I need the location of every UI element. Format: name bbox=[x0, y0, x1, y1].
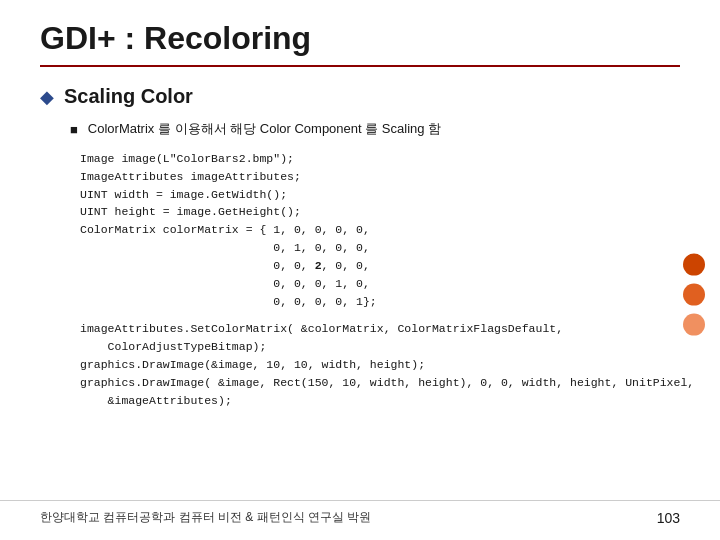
code-line-6: 0, 1, 0, 0, 0, bbox=[80, 239, 680, 257]
title-divider bbox=[40, 65, 680, 67]
code-block-1: Image image(L"ColorBars2.bmp"); ImageAtt… bbox=[80, 150, 680, 310]
code-line-14: &imageAttributes); bbox=[80, 392, 680, 410]
footer-left: 한양대학교 컴퓨터공학과 컴퓨터 비전 & 패턴인식 연구실 박원 bbox=[40, 509, 371, 526]
code-line-2: ImageAttributes imageAttributes; bbox=[80, 168, 680, 186]
code-line-12: graphics.DrawImage(&image, 10, 10, width… bbox=[80, 356, 680, 374]
circle-1 bbox=[683, 254, 705, 276]
code-line-1: Image image(L"ColorBars2.bmp"); bbox=[80, 150, 680, 168]
circles-decoration bbox=[683, 254, 705, 336]
circle-3 bbox=[683, 314, 705, 336]
circle-2 bbox=[683, 284, 705, 306]
code-line-13: graphics.DrawImage( &image, Rect(150, 10… bbox=[80, 374, 680, 392]
square-bullet: ■ bbox=[70, 122, 78, 137]
diamond-bullet: ◆ bbox=[40, 86, 54, 108]
section-header: ◆ Scaling Color bbox=[40, 85, 680, 108]
code-line-8: 0, 0, 0, 1, 0, bbox=[80, 275, 680, 293]
code-line-11: ColorAdjustTypeBitmap); bbox=[80, 338, 680, 356]
page: GDI+ : Recoloring ◆ Scaling Color ■ Colo… bbox=[0, 0, 720, 540]
code-line-10: imageAttributes.SetColorMatrix( &colorMa… bbox=[80, 320, 680, 338]
code-line-7: 0, 0, 2, 0, 0, bbox=[80, 257, 680, 275]
code-line-5: ColorMatrix colorMatrix = { 1, 0, 0, 0, … bbox=[80, 221, 680, 239]
page-title: GDI+ : Recoloring bbox=[40, 20, 680, 57]
subsection: ■ ColorMatrix 를 이용해서 해당 Color Component … bbox=[70, 120, 680, 138]
footer-page: 103 bbox=[657, 510, 680, 526]
code-block-2: imageAttributes.SetColorMatrix( &colorMa… bbox=[80, 320, 680, 409]
code-line-9: 0, 0, 0, 0, 1}; bbox=[80, 293, 680, 311]
section-title: Scaling Color bbox=[64, 85, 193, 108]
code-line-3: UINT width = image.GetWidth(); bbox=[80, 186, 680, 204]
code-line-4: UINT height = image.GetHeight(); bbox=[80, 203, 680, 221]
footer: 한양대학교 컴퓨터공학과 컴퓨터 비전 & 패턴인식 연구실 박원 103 bbox=[0, 500, 720, 526]
subsection-text: ColorMatrix 를 이용해서 해당 Color Component 를 … bbox=[88, 120, 441, 138]
